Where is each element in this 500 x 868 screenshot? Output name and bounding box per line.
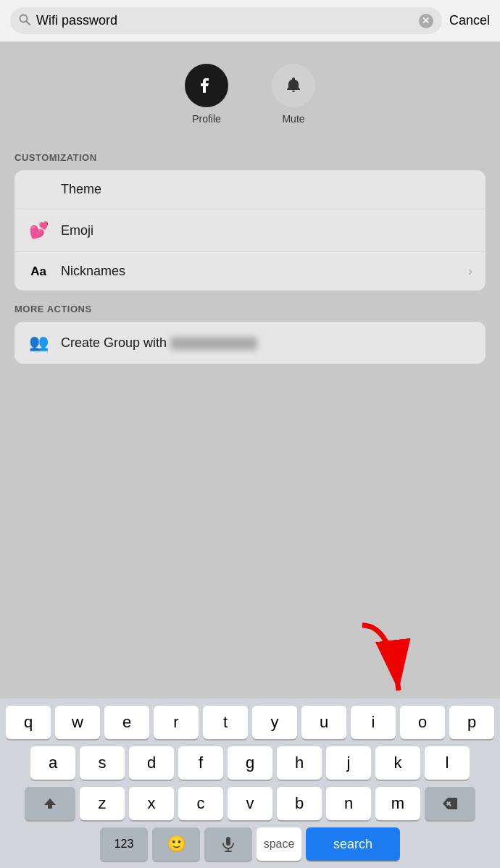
key-l[interactable]: l [425, 746, 470, 780]
key-a[interactable]: a [30, 746, 75, 780]
keyboard-row-1: q w e r t y u i o p [3, 706, 497, 739]
key-t[interactable]: t [203, 706, 248, 739]
key-n[interactable]: n [326, 787, 371, 820]
emoji-item[interactable]: 💕 Emoji [14, 209, 486, 252]
create-group-icon: 👥 [28, 333, 49, 352]
keyboard-bottom-row: 123 🙂 space search [3, 827, 497, 861]
keyboard: q w e r t y u i o p a s d f g h j k l z … [0, 698, 500, 868]
clear-button[interactable]: ✕ [419, 14, 433, 28]
theme-item[interactable]: Theme [14, 170, 486, 209]
profile-label: Profile [192, 113, 221, 125]
key-r[interactable]: r [154, 706, 199, 739]
more-actions-section: MORE ACTIONS 👥 Create Group with [14, 291, 486, 364]
key-b[interactable]: b [277, 787, 322, 820]
key-p[interactable]: p [449, 706, 494, 739]
nicknames-icon: Aa [28, 264, 49, 279]
key-o[interactable]: o [400, 706, 445, 739]
key-m[interactable]: m [375, 787, 420, 820]
key-u[interactable]: u [301, 706, 346, 739]
key-i[interactable]: i [351, 706, 396, 739]
emoji-label: Emoji [61, 223, 472, 238]
more-actions-list: 👥 Create Group with [14, 322, 486, 364]
key-w[interactable]: w [55, 706, 100, 739]
key-h[interactable]: h [277, 746, 322, 780]
keyboard-row-3: z x c v b n m [3, 787, 497, 820]
create-group-item[interactable]: 👥 Create Group with [14, 322, 486, 364]
shift-key[interactable] [25, 787, 75, 820]
num-key[interactable]: 123 [100, 827, 148, 861]
svg-line-1 [27, 21, 30, 25]
mute-action[interactable]: Mute [272, 64, 315, 125]
search-input[interactable] [36, 13, 413, 28]
customization-header: CUSTOMIZATION [14, 139, 486, 170]
emoji-icon: 💕 [28, 221, 49, 240]
key-f[interactable]: f [178, 746, 223, 780]
nicknames-label: Nicknames [61, 264, 457, 279]
key-k[interactable]: k [375, 746, 420, 780]
search-bar: ✕ Cancel [0, 0, 500, 42]
key-j[interactable]: j [326, 746, 371, 780]
customization-list: Theme 💕 Emoji Aa Nicknames › [14, 170, 486, 291]
nicknames-chevron-icon: › [468, 264, 472, 279]
key-x[interactable]: x [129, 787, 174, 820]
key-z[interactable]: z [80, 787, 125, 820]
profile-action[interactable]: Profile [185, 64, 228, 125]
key-g[interactable]: g [228, 746, 272, 780]
emoji-key[interactable]: 🙂 [152, 827, 200, 861]
delete-key[interactable] [425, 787, 475, 820]
search-key[interactable]: search [306, 827, 400, 861]
mute-icon-circle [272, 64, 315, 107]
action-row: Profile Mute [14, 57, 486, 139]
customization-section: CUSTOMIZATION Theme 💕 Emoji Aa Nicknames… [14, 139, 486, 291]
background-content: Profile Mute CUSTOMIZATION Theme 💕 Emoj [0, 42, 500, 364]
search-input-wrap: ✕ [10, 7, 442, 34]
key-v[interactable]: v [228, 787, 272, 820]
svg-rect-4 [226, 837, 230, 846]
mute-label: Mute [282, 113, 304, 125]
create-group-label: Create Group with [61, 335, 472, 351]
profile-icon-circle [185, 64, 228, 107]
more-actions-header: MORE ACTIONS [14, 291, 486, 322]
key-q[interactable]: q [6, 706, 51, 739]
blurred-contact-name [170, 337, 257, 350]
key-e[interactable]: e [104, 706, 149, 739]
key-y[interactable]: y [252, 706, 297, 739]
mic-key[interactable] [204, 827, 252, 861]
svg-marker-3 [44, 798, 56, 809]
key-c[interactable]: c [178, 787, 223, 820]
space-key[interactable]: space [257, 827, 301, 861]
search-icon [19, 14, 30, 28]
cancel-button[interactable]: Cancel [449, 13, 490, 28]
keyboard-row-2: a s d f g h j k l [3, 746, 497, 780]
key-s[interactable]: s [80, 746, 125, 780]
key-d[interactable]: d [129, 746, 174, 780]
theme-label: Theme [61, 182, 472, 197]
nicknames-item[interactable]: Aa Nicknames › [14, 252, 486, 291]
